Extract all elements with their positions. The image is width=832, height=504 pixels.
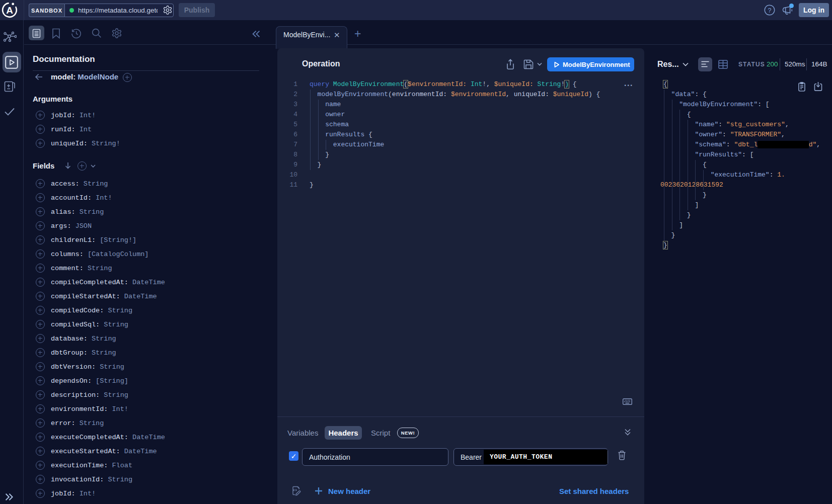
- svg-text:?: ?: [768, 7, 772, 14]
- svg-text:A: A: [6, 5, 13, 16]
